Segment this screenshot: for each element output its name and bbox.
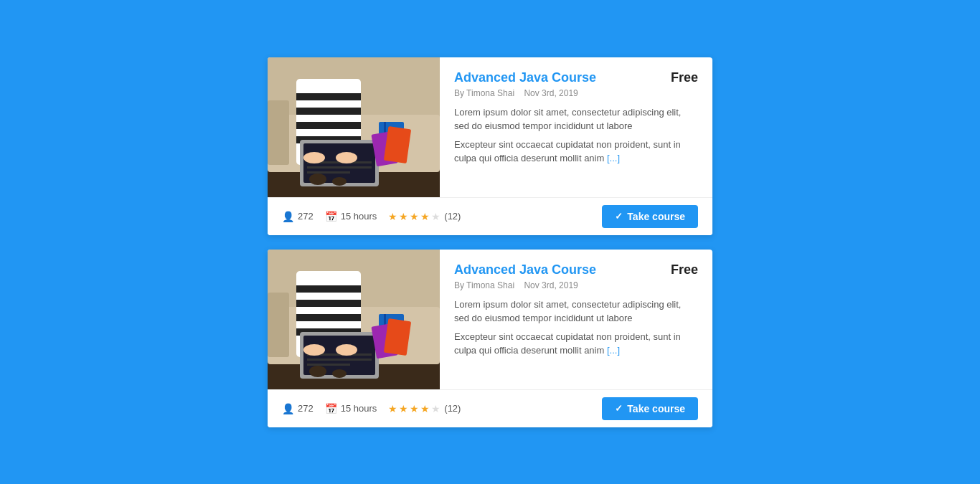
star-filled: ★ [399,211,408,222]
svg-point-37 [303,344,325,356]
course-body: JAVA Advanced Java Course Free [268,57,712,197]
course-image: JAVA [268,250,440,389]
footer-stats: 👤 272 📅 15 hours ★★★★★ (12) [282,211,461,222]
course-card-1: JAVA Advanced Java Course Free [268,57,712,235]
read-more-link[interactable]: [...] [607,345,620,356]
students-count: 272 [298,403,314,414]
rating-stars: ★★★★★ (12) [388,403,461,414]
take-course-button[interactable]: ✓ Take course [602,397,698,420]
reviews-count: (12) [444,211,461,222]
svg-rect-3 [268,100,289,165]
star-filled: ★ [388,403,397,414]
course-thumbnail: JAVA [268,250,440,389]
star-filled: ★ [399,403,408,414]
svg-rect-7 [296,122,361,129]
students-stat: 👤 272 [282,403,314,414]
star-filled: ★ [420,403,430,414]
star-filled: ★ [410,403,419,414]
footer-stats: 👤 272 📅 15 hours ★★★★★ (12) [282,403,461,414]
course-thumbnail: JAVA [268,57,440,197]
star-filled: ★ [388,211,397,222]
course-author: By Timona Shai [454,88,514,98]
course-date: Nov 3rd, 2019 [524,280,578,290]
course-description-2: Excepteur sint occaecat cupidatat non pr… [454,138,698,166]
course-card-2: JAVA Advanced Java Course Free [268,250,712,427]
students-count: 272 [298,211,314,222]
students-stat: 👤 272 [282,211,314,222]
svg-rect-43 [384,318,411,356]
svg-rect-5 [296,93,361,100]
calendar-icon: 📅 [325,211,337,222]
duration-value: 15 hours [341,211,377,222]
svg-rect-12 [307,166,372,169]
reviews-count: (12) [444,403,461,414]
svg-point-22 [332,177,347,186]
star-filled: ★ [410,211,419,222]
svg-rect-29 [296,300,361,307]
course-header: Advanced Java Course Free [454,70,698,85]
svg-point-44 [309,366,326,377]
page-container: JAVA Advanced Java Course Free [268,57,712,427]
duration-stat: 📅 15 hours [325,403,377,414]
star-empty: ★ [431,403,440,414]
course-date: Nov 3rd, 2019 [524,88,578,98]
course-description-2: Excepteur sint occaecat cupidatat non pr… [454,330,698,358]
course-description-1: Lorem ipsum dolor sit amet, consectetur … [454,105,698,133]
course-meta: By Timona Shai Nov 3rd, 2019 [454,88,698,98]
star-empty: ★ [431,211,440,222]
course-price: Free [671,262,698,277]
svg-point-45 [332,369,347,378]
svg-rect-36 [307,364,350,366]
course-header: Advanced Java Course Free [454,262,698,277]
svg-rect-13 [307,171,350,174]
students-icon: 👤 [282,211,294,222]
duration-stat: 📅 15 hours [325,211,377,222]
course-meta: By Timona Shai Nov 3rd, 2019 [454,280,698,290]
take-course-label: Take course [627,211,685,222]
check-icon: ✓ [615,403,623,414]
svg-rect-35 [307,359,372,361]
course-title: Advanced Java Course [454,70,596,85]
calendar-icon: 📅 [325,403,337,414]
students-icon: 👤 [282,403,294,414]
svg-rect-26 [268,293,289,357]
svg-point-14 [303,152,325,163]
course-footer: 👤 272 📅 15 hours ★★★★★ (12) ✓ Take cours… [268,197,712,235]
svg-rect-6 [296,108,361,115]
course-title: Advanced Java Course [454,262,596,277]
svg-point-15 [336,152,357,163]
course-description-1: Lorem ipsum dolor sit amet, consectetur … [454,298,698,326]
course-image: JAVA [268,57,440,197]
read-more-link[interactable]: [...] [607,153,620,163]
course-footer: 👤 272 📅 15 hours ★★★★★ (12) ✓ Take cours… [268,389,712,427]
svg-rect-20 [384,126,411,163]
course-price: Free [671,70,698,85]
check-icon: ✓ [615,211,623,222]
star-filled: ★ [420,211,430,222]
course-info: Advanced Java Course Free By Timona Shai… [440,57,712,197]
svg-point-21 [309,174,326,185]
take-course-label: Take course [627,403,685,414]
svg-point-38 [336,344,357,356]
svg-rect-28 [296,285,361,293]
course-info: Advanced Java Course Free By Timona Shai… [440,250,712,389]
take-course-button[interactable]: ✓ Take course [602,205,698,228]
course-body: JAVA Advanced Java Course Free [268,250,712,389]
duration-value: 15 hours [341,403,377,414]
svg-rect-30 [296,314,361,321]
course-author: By Timona Shai [454,280,514,290]
rating-stars: ★★★★★ (12) [388,211,461,222]
